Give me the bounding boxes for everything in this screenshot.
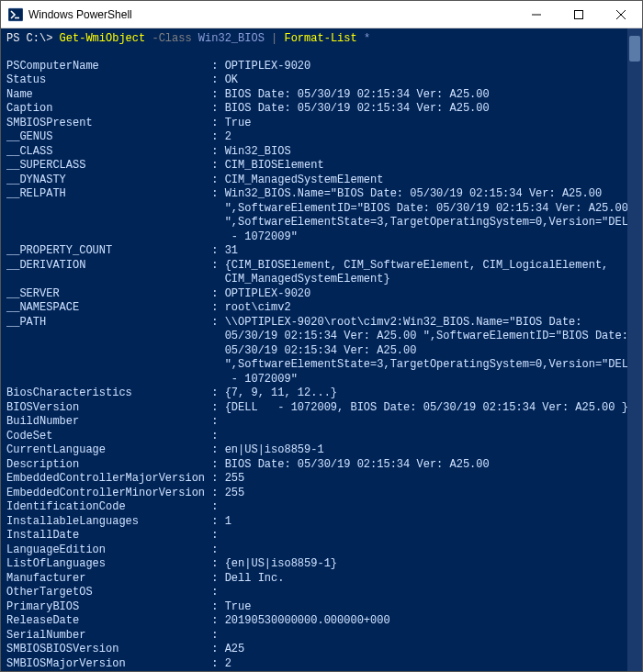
titlebar[interactable]: Windows PowerShell	[1, 1, 642, 28]
output-block: PSComputerName : OPTIPLEX-9020 Status : …	[6, 60, 642, 672]
svg-rect-3	[575, 10, 583, 18]
maximize-button[interactable]	[558, 1, 600, 28]
terminal-viewport[interactable]: PS C:\> Get-WmiObject -Class Win32_BIOS …	[1, 28, 642, 671]
scrollbar-track[interactable]	[627, 28, 642, 671]
prompt-prefix: PS C:\>	[6, 32, 60, 45]
pipe-symbol: |	[265, 32, 285, 45]
class-name: Win32_BIOS	[198, 32, 265, 45]
scrollbar-thumb[interactable]	[629, 36, 640, 62]
param-class: -Class	[145, 32, 198, 45]
minimize-button[interactable]	[515, 1, 558, 28]
window-title: Windows PowerShell	[28, 8, 515, 21]
close-button[interactable]	[600, 1, 642, 28]
powershell-icon	[8, 7, 23, 22]
cmdlet-get: Get-WmiObject	[60, 32, 146, 45]
cmdlet-format: Format-List	[284, 32, 356, 45]
command-line: PS C:\> Get-WmiObject -Class Win32_BIOS …	[6, 32, 642, 47]
wildcard: *	[364, 32, 370, 45]
